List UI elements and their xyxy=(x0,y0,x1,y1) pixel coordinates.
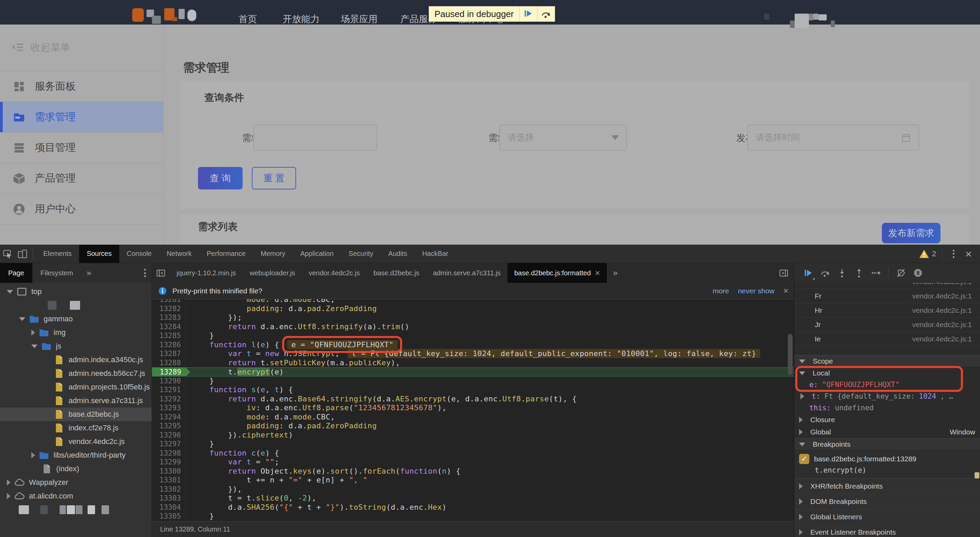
tree-down-chevron[interactable] xyxy=(19,317,25,321)
file-tab[interactable]: admin.serve.a7c311.js xyxy=(426,263,508,283)
code-view[interactable]: 13281 mode: d.a.mode.CBC,13282 padding: … xyxy=(152,299,794,521)
tree-down-chevron[interactable] xyxy=(7,290,13,294)
scope-section-header[interactable]: Scope xyxy=(794,355,980,367)
variable-expand-chevron[interactable] xyxy=(800,393,804,399)
code-line-13298[interactable]: 13298 function c(e) { xyxy=(152,449,794,458)
line-number[interactable]: 13288 xyxy=(152,359,186,368)
section-global-listeners[interactable]: Global Listeners xyxy=(794,509,980,524)
editor-scrollbar[interactable] xyxy=(788,334,792,375)
file-tab[interactable]: base.d2bebc.js:formatted× xyxy=(508,263,607,283)
code-line-13283[interactable]: 13283 }); xyxy=(152,313,794,323)
code-line-13295[interactable]: 13295 padding: d.a.pad.ZeroPadding xyxy=(152,421,794,431)
navigator-tab-page[interactable]: Page xyxy=(0,263,32,283)
tree-item[interactable]: admin.needs.b56cc7.js xyxy=(0,367,152,380)
hide-navigator-icon[interactable] xyxy=(153,265,168,280)
tree-item[interactable]: gammao xyxy=(0,312,152,326)
devtools-tab-network[interactable]: Network xyxy=(159,245,199,263)
tree-item[interactable]: admin.serve.a7c311.js xyxy=(0,394,152,408)
code-line-13305[interactable]: 13305 } xyxy=(152,512,794,521)
devtools-tab-sources[interactable]: Sources xyxy=(79,245,119,263)
line-number[interactable]: 13294 xyxy=(152,413,186,422)
code-line-13303[interactable]: 13303 t = t.slice(0, -2), xyxy=(152,494,794,503)
scope-closure-group[interactable]: Closure xyxy=(794,414,980,426)
tree-right-chevron[interactable] xyxy=(31,452,35,458)
code-line-13285[interactable]: 13285 } xyxy=(152,331,794,340)
navigator-more-tabs-chevron[interactable]: » xyxy=(81,268,96,278)
code-line-13289[interactable]: 13289 t.encrypt(e) xyxy=(152,367,794,377)
code-line-13297[interactable]: 13297 } xyxy=(152,440,794,449)
tree-item[interactable]: index.cf2e78.js xyxy=(0,421,152,435)
code-line-13299[interactable]: 13299 var t = ""; xyxy=(152,458,794,467)
devtools-tab-console[interactable]: Console xyxy=(119,245,159,263)
requirement-name-input[interactable] xyxy=(253,124,377,151)
call-stack-frame[interactable]: Ievendor.4edc2c.js:1 xyxy=(794,332,980,346)
line-number[interactable]: 13283 xyxy=(152,313,186,323)
reset-button[interactable]: 重 置 xyxy=(252,167,296,189)
code-line-13281[interactable]: 13281 mode: d.a.mode.CBC, xyxy=(152,299,794,304)
device-toolbar-icon[interactable] xyxy=(15,246,30,261)
inspect-element-icon[interactable] xyxy=(0,246,15,261)
scope-local-group[interactable]: Local xyxy=(794,367,980,379)
close-tab-icon[interactable]: × xyxy=(595,268,600,278)
sidebar-item-3[interactable]: 项目管理 xyxy=(0,133,163,163)
code-line-13286[interactable]: 13286 function l(e) { e = "QFNFUOUZJPFLH… xyxy=(152,340,794,350)
code-line-13304[interactable]: 13304 d.a.SHA256("{" + t + "}").toString… xyxy=(152,503,794,512)
tree-item[interactable]: libs/ueditor/third-party xyxy=(0,448,152,462)
line-number[interactable]: 13296 xyxy=(152,431,186,440)
line-number[interactable]: 13297 xyxy=(152,440,186,449)
devtools-tab-audits[interactable]: Audits xyxy=(380,245,415,263)
tree-item[interactable]: js xyxy=(0,339,152,353)
line-number[interactable]: 13291 xyxy=(152,385,186,394)
line-number[interactable]: 13305 xyxy=(152,512,186,521)
line-number[interactable]: 13292 xyxy=(152,394,186,404)
devtools-close-icon[interactable]: × xyxy=(962,248,975,260)
devtools-tab-application[interactable]: Application xyxy=(293,245,341,263)
tree-right-chevron[interactable] xyxy=(7,480,11,486)
step-button[interactable] xyxy=(869,265,884,280)
call-stack-frame[interactable]: vendor.4edc2c.js:1 xyxy=(794,283,980,289)
code-line-13290[interactable]: 13290 } xyxy=(152,377,794,386)
line-number[interactable]: 13285 xyxy=(152,331,186,340)
collapse-menu-button[interactable]: 收起菜单 xyxy=(0,25,163,71)
sidebar-item-4[interactable]: 产品管理 xyxy=(0,163,163,194)
publish-time-picker[interactable]: 请选择时间 xyxy=(747,124,920,151)
line-number[interactable]: 13293 xyxy=(152,404,186,413)
breakpoint-entry[interactable]: ✓base.d2bebc.js:formatted:13289 xyxy=(794,450,980,466)
line-number[interactable]: 13300 xyxy=(152,467,186,476)
line-number[interactable]: 13290 xyxy=(152,377,186,386)
sidebar-scrollbar[interactable] xyxy=(975,472,979,478)
console-warnings-badge[interactable]: 2 xyxy=(919,249,936,259)
code-line-13292[interactable]: 13292 return d.a.enc.Base64.stringify(d.… xyxy=(152,394,794,404)
tree-right-chevron[interactable] xyxy=(7,493,11,499)
pause-on-exceptions-button[interactable] xyxy=(910,265,926,280)
tree-item[interactable]: Wappalyzer xyxy=(0,476,152,489)
line-number[interactable]: 13282 xyxy=(152,304,186,313)
devtools-tab-security[interactable]: Security xyxy=(341,245,380,263)
code-line-13288[interactable]: 13288 return t.setPublicKey(m.a.publicKe… xyxy=(152,359,794,368)
call-stack-frame[interactable]: Jrvendor.4edc2c.js:1 xyxy=(794,318,980,332)
tree-item[interactable]: at.alicdn.com xyxy=(0,489,152,503)
line-number[interactable]: 13286 xyxy=(152,340,186,350)
line-number[interactable]: 13299 xyxy=(152,458,186,467)
nav-item-2[interactable]: 开放能力 xyxy=(283,13,320,25)
scope-variable[interactable]: t:Ft {default_key_size: 1024, … xyxy=(794,391,980,402)
step-over-button[interactable] xyxy=(818,265,832,280)
section-event-listener-breakpoints[interactable]: Event Listener Breakpoints xyxy=(794,524,980,537)
file-tab[interactable]: vendor.4edc2c.js xyxy=(302,263,367,283)
sidebar-item-5[interactable]: 用户中心 xyxy=(0,194,163,224)
call-stack-frame[interactable]: Frvendor.4edc2c.js:1 xyxy=(794,289,980,303)
line-number[interactable]: 13284 xyxy=(152,323,186,332)
tree-item[interactable]: (index) xyxy=(0,462,152,476)
tree-item[interactable]: admin.projects.10f5eb.js xyxy=(0,380,152,394)
nav-item-1[interactable]: 首页 xyxy=(239,13,257,25)
more-file-tabs-chevron[interactable]: » xyxy=(607,268,624,278)
line-number[interactable]: 13301 xyxy=(152,476,186,485)
tree-item[interactable]: img xyxy=(0,326,152,339)
line-number[interactable]: 13303 xyxy=(152,494,186,503)
code-line-13291[interactable]: 13291 function s(e, t) { xyxy=(152,385,794,394)
breakpoint-checkbox[interactable]: ✓ xyxy=(799,454,809,464)
step-out-button[interactable] xyxy=(851,265,867,280)
tree-item-redacted[interactable] xyxy=(0,503,152,516)
line-number[interactable]: 13295 xyxy=(152,421,186,431)
code-line-13302[interactable]: 13302 }), xyxy=(152,485,794,494)
